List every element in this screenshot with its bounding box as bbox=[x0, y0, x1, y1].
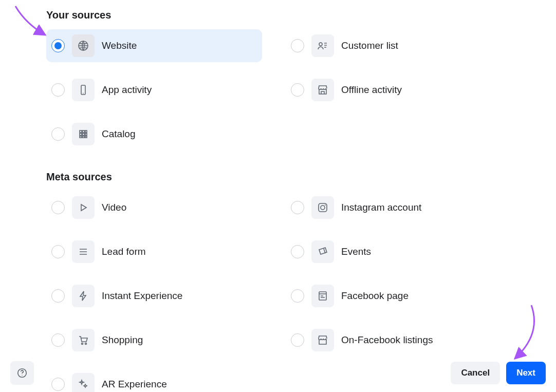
svg-rect-10 bbox=[80, 136, 82, 138]
your-sources-title: Your sources bbox=[46, 9, 510, 21]
radio-offline-activity[interactable] bbox=[291, 83, 304, 97]
annotation-arrow-next bbox=[506, 303, 542, 367]
annotation-arrow-website bbox=[5, 3, 51, 46]
store-icon bbox=[311, 79, 334, 101]
storefront-icon bbox=[311, 329, 334, 351]
option-catalog[interactable]: Catalog bbox=[46, 118, 262, 151]
svg-point-18 bbox=[85, 343, 87, 345]
svg-rect-5 bbox=[83, 130, 85, 133]
cancel-button[interactable]: Cancel bbox=[451, 362, 500, 384]
radio-instant-experience[interactable] bbox=[51, 289, 65, 303]
your-sources-section: Your sources Website Customer list App a… bbox=[46, 9, 510, 151]
meta-sources-title: Meta sources bbox=[46, 171, 510, 183]
svg-rect-7 bbox=[80, 134, 82, 136]
option-label-shopping: Shopping bbox=[102, 334, 143, 346]
svg-point-3 bbox=[83, 93, 84, 94]
radio-website[interactable] bbox=[51, 39, 65, 52]
option-video[interactable]: Video bbox=[46, 191, 262, 224]
option-label-lead-form: Lead form bbox=[102, 246, 146, 257]
svg-point-1 bbox=[319, 43, 322, 46]
footer: Cancel Next bbox=[10, 361, 546, 385]
help-button[interactable] bbox=[10, 361, 34, 385]
option-label-video: Video bbox=[102, 202, 126, 213]
option-shopping[interactable]: Shopping bbox=[46, 324, 262, 357]
option-label-app-activity: App activity bbox=[102, 84, 152, 96]
option-website[interactable]: Website bbox=[46, 29, 262, 62]
option-instant-experience[interactable]: Instant Experience bbox=[46, 279, 262, 312]
option-app-activity[interactable]: App activity bbox=[46, 73, 262, 106]
svg-point-17 bbox=[82, 343, 83, 345]
question-icon bbox=[16, 367, 28, 379]
svg-rect-6 bbox=[85, 130, 87, 133]
instagram-icon bbox=[311, 196, 334, 219]
svg-rect-8 bbox=[83, 134, 85, 136]
option-label-on-fb-listings: On-Facebook listings bbox=[341, 334, 433, 346]
option-events[interactable]: Events bbox=[286, 235, 502, 268]
option-lead-form[interactable]: Lead form bbox=[46, 235, 262, 268]
page-icon bbox=[311, 285, 334, 307]
svg-rect-9 bbox=[85, 134, 87, 136]
radio-instagram[interactable] bbox=[291, 201, 304, 214]
option-label-instant-experience: Instant Experience bbox=[102, 290, 182, 302]
radio-video[interactable] bbox=[51, 201, 65, 214]
radio-facebook-page[interactable] bbox=[291, 289, 304, 303]
radio-lead-form[interactable] bbox=[51, 245, 65, 258]
option-instagram[interactable]: Instagram account bbox=[286, 191, 502, 224]
form-lines-icon bbox=[72, 240, 95, 263]
radio-on-fb-listings[interactable] bbox=[291, 333, 304, 347]
option-offline-activity[interactable]: Offline activity bbox=[286, 73, 502, 106]
globe-icon bbox=[72, 34, 95, 57]
option-label-events: Events bbox=[341, 246, 371, 257]
radio-shopping[interactable] bbox=[51, 333, 65, 347]
radio-customer-list[interactable] bbox=[291, 39, 304, 52]
bolt-icon bbox=[72, 285, 95, 307]
next-button[interactable]: Next bbox=[506, 362, 546, 384]
your-sources-grid: Website Customer list App activity Offli… bbox=[46, 29, 510, 151]
meta-sources-section: Meta sources Video Instagram account Lea… bbox=[46, 171, 510, 392]
person-list-icon bbox=[311, 34, 334, 57]
option-customer-list[interactable]: Customer list bbox=[286, 29, 502, 62]
option-label-facebook-page: Facebook page bbox=[341, 290, 409, 302]
ticket-icon bbox=[311, 240, 334, 263]
radio-events[interactable] bbox=[291, 245, 304, 258]
cart-icon bbox=[72, 329, 95, 351]
option-facebook-page[interactable]: Facebook page bbox=[286, 279, 502, 312]
svg-rect-11 bbox=[83, 136, 85, 138]
option-label-instagram: Instagram account bbox=[341, 202, 421, 213]
phone-icon bbox=[72, 79, 95, 101]
option-on-fb-listings[interactable]: On-Facebook listings bbox=[286, 324, 502, 357]
option-label-offline-activity: Offline activity bbox=[341, 84, 402, 96]
svg-rect-12 bbox=[85, 136, 87, 138]
svg-rect-4 bbox=[80, 130, 82, 133]
radio-app-activity[interactable] bbox=[51, 83, 65, 97]
option-label-website: Website bbox=[102, 40, 137, 51]
option-label-catalog: Catalog bbox=[102, 128, 136, 140]
svg-point-14 bbox=[321, 206, 325, 210]
play-icon bbox=[72, 196, 95, 219]
radio-catalog[interactable] bbox=[51, 127, 65, 141]
svg-point-20 bbox=[22, 375, 22, 375]
option-label-customer-list: Customer list bbox=[341, 40, 398, 51]
grid-icon bbox=[72, 123, 95, 145]
svg-point-15 bbox=[325, 204, 326, 206]
